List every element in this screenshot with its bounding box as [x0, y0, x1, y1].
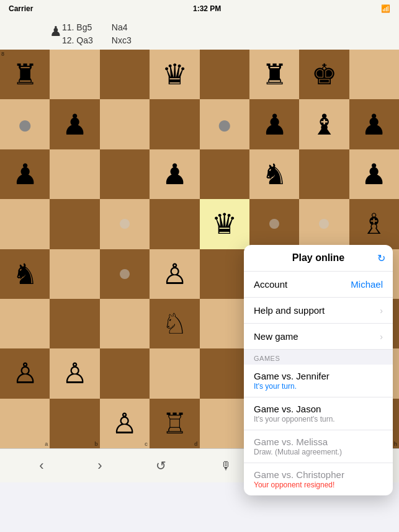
cell-c7[interactable] — [100, 99, 150, 149]
cell-a6[interactable]: ♟ — [0, 149, 50, 199]
cell-d4[interactable]: ♙ — [150, 249, 199, 299]
cell-c3[interactable] — [100, 299, 150, 348]
cell-g8[interactable]: ♚ — [299, 50, 349, 99]
cell-h5[interactable]: ♗ — [349, 199, 399, 249]
cell-e8[interactable] — [200, 50, 249, 99]
cell-c2[interactable] — [100, 348, 150, 398]
rotate-button[interactable]: ↺ — [143, 453, 179, 478]
cell-c1[interactable]: c♙ — [100, 399, 150, 448]
cell-d2[interactable] — [150, 348, 199, 398]
new-game-label: New game — [254, 331, 298, 342]
cell-d5[interactable] — [150, 199, 199, 249]
cell-e5[interactable]: ♛ — [200, 199, 249, 249]
cell-b6[interactable] — [50, 149, 99, 199]
cell-e7[interactable]: ● — [200, 99, 249, 149]
cell-h6[interactable]: ♟ — [349, 149, 399, 199]
cell-d7[interactable] — [150, 99, 199, 149]
back-button[interactable]: ‹ — [27, 453, 56, 479]
game-row-jason[interactable]: Game vs. Jason It's your opponent's turn… — [244, 397, 393, 430]
cell-f8[interactable]: ♜ — [249, 50, 299, 99]
cell-f6[interactable]: ♞ — [249, 149, 299, 199]
help-label: Help and support — [254, 305, 325, 316]
game-row-melissa[interactable]: Game vs. Melissa Draw. (Mutual agreement… — [244, 430, 393, 463]
cell-f5[interactable] — [249, 199, 299, 249]
cell-a5[interactable] — [0, 199, 50, 249]
time-label: 1:32 PM — [193, 4, 221, 13]
cell-a4[interactable]: ♞ — [0, 249, 50, 299]
cell-a8[interactable]: 8♜ — [0, 50, 50, 99]
help-chevron: › — [380, 306, 383, 316]
pawn-icon: ♟ — [50, 24, 62, 40]
move-history: ♟ 11. Bg5 12. Qa3 Na4 Nxc3 — [0, 17, 399, 50]
cell-b1[interactable]: b — [50, 399, 99, 448]
popup-header: Play online ↻ — [244, 245, 393, 272]
game-subtitle-melissa: Draw. (Mutual agreement.) — [254, 448, 383, 456]
game-title-jason: Game vs. Jason — [254, 404, 383, 414]
account-row[interactable]: Account Michael — [244, 272, 393, 298]
carrier-label: Carrier — [9, 4, 33, 13]
play-online-popup: Play online ↻ Account Michael Help and s… — [244, 245, 393, 495]
account-label: Account — [254, 279, 287, 290]
cell-b7[interactable]: ♟ — [50, 99, 99, 149]
account-value: Michael — [351, 279, 383, 290]
cell-b8[interactable] — [50, 50, 99, 99]
cell-e4[interactable] — [200, 249, 249, 299]
game-subtitle-christopher: Your opponent resigned! — [254, 481, 383, 489]
cell-d8[interactable]: ♛ — [150, 50, 199, 99]
new-game-chevron: › — [380, 332, 383, 342]
cell-c6[interactable] — [100, 149, 150, 199]
status-bar: Carrier 1:32 PM 📶 — [0, 0, 399, 17]
cell-a1[interactable]: a — [0, 399, 50, 448]
move-col-2: Na4 Nxc3 — [112, 21, 132, 47]
cell-g5[interactable] — [299, 199, 349, 249]
cell-f7[interactable]: ♟ — [249, 99, 299, 149]
cell-e3[interactable] — [200, 299, 249, 348]
help-row[interactable]: Help and support › — [244, 298, 393, 324]
cell-g6[interactable] — [299, 149, 349, 199]
cell-a7[interactable]: ● — [0, 99, 50, 149]
game-row-jennifer[interactable]: Game vs. Jennifer It's your turn. — [244, 365, 393, 397]
game-subtitle-jennifer: It's your turn. — [254, 382, 383, 391]
cell-a3[interactable] — [0, 299, 50, 348]
cell-c5[interactable] — [100, 199, 150, 249]
forward-button[interactable]: › — [85, 453, 114, 479]
move-col-1: 11. Bg5 12. Qa3 — [62, 21, 93, 47]
mic-button[interactable]: 🎙 — [208, 454, 244, 477]
cell-d3[interactable]: ♘ — [150, 299, 199, 348]
cell-c4[interactable] — [100, 249, 150, 299]
new-game-row[interactable]: New game › — [244, 324, 393, 350]
game-row-christopher[interactable]: Game vs. Christopher Your opponent resig… — [244, 463, 393, 495]
cell-h8[interactable] — [349, 50, 399, 99]
cell-b4[interactable] — [50, 249, 99, 299]
refresh-button[interactable]: ↻ — [377, 252, 385, 264]
cell-b5[interactable] — [50, 199, 99, 249]
cell-d1[interactable]: d♖ — [150, 399, 199, 448]
game-title-christopher: Game vs. Christopher — [254, 469, 383, 480]
cell-e6[interactable] — [200, 149, 249, 199]
games-section-header: GAMES — [244, 350, 393, 365]
cell-h7[interactable]: ♟ — [349, 99, 399, 149]
battery-icon: 📶 — [381, 4, 390, 13]
game-title-melissa: Game vs. Melissa — [254, 437, 383, 447]
cell-a2[interactable]: ♙ — [0, 348, 50, 398]
cell-b2[interactable]: ♙ — [50, 348, 99, 398]
cell-g7[interactable]: ♝ — [299, 99, 349, 149]
cell-d6[interactable]: ♟ — [150, 149, 199, 199]
game-title-jennifer: Game vs. Jennifer — [254, 371, 383, 381]
game-subtitle-jason: It's your opponent's turn. — [254, 415, 383, 423]
cell-b3[interactable] — [50, 299, 99, 348]
popup-title: Play online — [292, 252, 344, 264]
cell-e1[interactable]: e — [200, 399, 249, 448]
cell-c8[interactable] — [100, 50, 150, 99]
cell-e2[interactable] — [200, 348, 249, 398]
